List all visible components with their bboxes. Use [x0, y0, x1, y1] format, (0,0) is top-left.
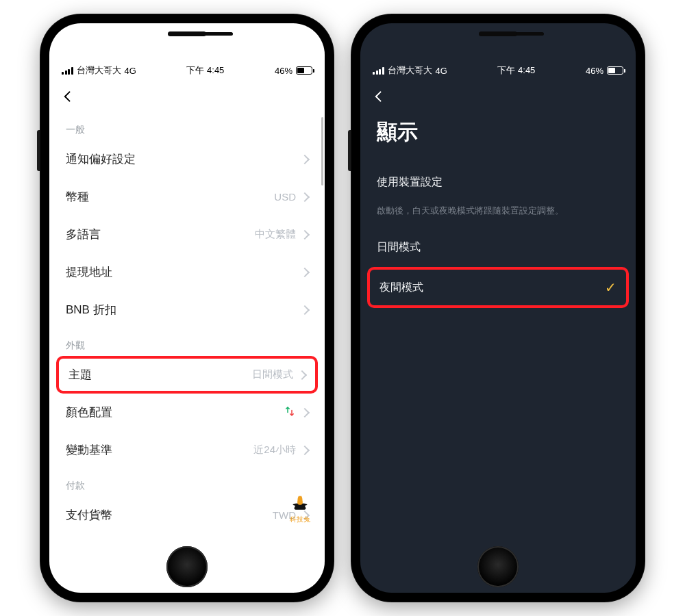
row-day-mode[interactable]: 日間模式 — [360, 228, 636, 267]
row-value: 日間模式 — [252, 368, 293, 381]
row-label: 多語言 — [66, 227, 101, 242]
signal-icon — [373, 67, 384, 75]
screen-settings: 台灣大哥大 4G 下午 4:45 46% 一般 通知偏好設定 — [49, 23, 325, 593]
row-night-mode[interactable]: 夜間模式 ✓ — [367, 267, 629, 308]
row-value: USD — [274, 191, 296, 203]
row-currency[interactable]: 幣種 USD — [49, 178, 325, 216]
screen-display: 台灣大哥大 4G 下午 4:45 46% 顯示 使用裝置設定 啟動後，白天或夜晚… — [360, 23, 636, 593]
battery-icon — [607, 66, 623, 75]
status-bar: 台灣大哥大 4G 下午 4:45 46% — [49, 61, 325, 80]
row-use-device-setting[interactable]: 使用裝置設定 — [360, 163, 636, 202]
row-label: 通知偏好設定 — [66, 151, 136, 167]
scrollbar[interactable] — [321, 117, 323, 185]
row-description: 啟動後，白天或夜晚模式將跟隨裝置設定調整。 — [360, 202, 636, 228]
up-down-arrows-icon — [284, 405, 296, 420]
status-bar: 台灣大哥大 4G 下午 4:45 46% — [360, 61, 636, 80]
chevron-right-icon — [300, 305, 310, 314]
navbar — [49, 80, 325, 113]
carrier-label: 台灣大哥大 — [77, 64, 121, 77]
row-color-scheme[interactable]: 顏色配置 — [49, 394, 325, 431]
row-label: 夜間模式 — [379, 281, 423, 295]
chevron-right-icon — [297, 370, 307, 379]
phone-speaker — [168, 31, 206, 36]
row-label: 使用裝置設定 — [377, 175, 443, 190]
row-label: 支付貨幣 — [66, 507, 112, 523]
network-label: 4G — [125, 66, 136, 76]
clock-label: 下午 4:45 — [186, 64, 224, 77]
phone-speaker — [479, 31, 517, 36]
section-appearance: 外觀 — [49, 329, 325, 356]
row-value: 近24小時 — [253, 444, 296, 457]
back-button[interactable] — [370, 88, 388, 105]
battery-pct: 46% — [275, 66, 292, 76]
clock-label: 下午 4:45 — [497, 64, 535, 77]
phone-frame-right: 台灣大哥大 4G 下午 4:45 46% 顯示 使用裝置設定 啟動後，白天或夜晚… — [351, 14, 645, 602]
home-button[interactable] — [166, 546, 208, 587]
row-theme[interactable]: 主題 日間模式 — [56, 356, 318, 394]
row-label: 提現地址 — [66, 264, 112, 280]
network-label: 4G — [436, 66, 447, 76]
row-value: 中文繁體 — [255, 228, 296, 241]
page-title: 顯示 — [360, 113, 636, 163]
svg-point-1 — [297, 500, 302, 504]
row-change-basis[interactable]: 變動基準 近24小時 — [49, 431, 325, 469]
watermark-label: 科技兔 — [290, 515, 310, 523]
signal-icon — [62, 67, 73, 75]
battery-pct: 46% — [586, 66, 603, 76]
row-label: 幣種 — [66, 189, 89, 205]
row-label: 變動基準 — [66, 442, 112, 458]
home-button[interactable] — [477, 546, 519, 587]
row-notif-pref[interactable]: 通知偏好設定 — [49, 140, 325, 178]
back-button[interactable] — [59, 88, 77, 105]
settings-scroll[interactable]: 一般 通知偏好設定 幣種 USD 多語言 中文繁體 提現地址 — [49, 113, 325, 528]
chevron-right-icon — [300, 407, 310, 417]
chevron-right-icon — [300, 192, 310, 201]
row-label: 顏色配置 — [66, 405, 112, 420]
rabbit-hat-icon — [288, 490, 312, 513]
row-label: 主題 — [68, 367, 92, 383]
row-language[interactable]: 多語言 中文繁體 — [49, 216, 325, 253]
chevron-right-icon — [300, 154, 310, 164]
row-withdraw-address[interactable]: 提現地址 — [49, 253, 325, 291]
row-label: BNB 折扣 — [66, 302, 116, 318]
carrier-label: 台灣大哥大 — [388, 64, 432, 77]
watermark: 科技兔 — [284, 490, 316, 524]
battery-icon — [296, 66, 312, 75]
chevron-right-icon — [300, 229, 310, 239]
section-general: 一般 — [49, 113, 325, 140]
navbar — [360, 80, 636, 113]
check-icon: ✓ — [605, 279, 616, 296]
row-bnb-discount[interactable]: BNB 折扣 — [49, 291, 325, 329]
chevron-right-icon — [300, 445, 310, 454]
phone-frame-left: 台灣大哥大 4G 下午 4:45 46% 一般 通知偏好設定 — [40, 14, 334, 602]
row-label: 日間模式 — [377, 240, 421, 255]
chevron-right-icon — [300, 267, 310, 277]
